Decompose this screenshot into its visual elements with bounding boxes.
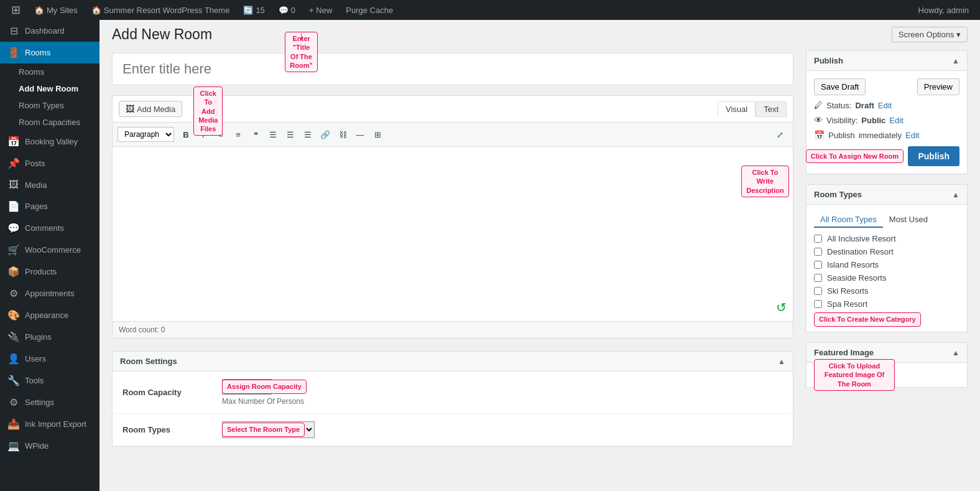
room-settings-collapse[interactable]: ▲ — [778, 357, 785, 366]
refresh-icon[interactable]: ↺ — [776, 300, 787, 315]
sidebar-item-room-types[interactable]: Room Types — [19, 97, 99, 114]
checkbox-item: Spa Resort — [814, 299, 959, 309]
pages-icon: 📄 — [7, 200, 20, 212]
insert-more-button[interactable]: — — [352, 126, 368, 143]
sidebar-item-tools[interactable]: 🔧 Tools — [0, 370, 99, 391]
room-types-label: Room Types — [122, 425, 210, 434]
sidebar-item-appearance[interactable]: 🎨 Appearance — [0, 304, 99, 326]
sidebar-item-rooms[interactable]: 🚪 Rooms — [0, 42, 99, 63]
room-types-checkbox-list: All Inclusive Resort Destination Resort … — [814, 234, 959, 309]
annotation-description-text: Click To Write Description — [741, 166, 789, 197]
sidebar-item-users[interactable]: 👤 Users — [0, 348, 99, 370]
sidebar-item-media[interactable]: 🖼 Media — [0, 174, 99, 195]
ordered-list-button[interactable]: ≡ — [230, 126, 246, 143]
italic-button[interactable]: I — [195, 126, 211, 143]
adminbar-new[interactable]: + New — [304, 0, 337, 20]
room-capacity-label: Room Capacity — [122, 388, 210, 397]
publish-time-edit-link[interactable]: Edit — [905, 131, 919, 140]
expand-editor-button[interactable]: ⤢ — [772, 126, 788, 143]
destination-resort-checkbox[interactable] — [814, 248, 822, 256]
add-media-button[interactable]: 🖼 Add Media — [119, 101, 182, 117]
sidebar-item-posts[interactable]: 📌 Posts — [0, 152, 99, 174]
sidebar-item-appointments[interactable]: ⚙ Appointments — [0, 283, 99, 304]
checkbox-item: Island Resorts — [814, 260, 959, 269]
room-capacity-row: Room Capacity Assign Room Capacity Max N… — [113, 372, 793, 414]
adminbar-purge-cache[interactable]: Purge Cache — [341, 0, 398, 20]
sidebar-item-ink-import-export[interactable]: 📥 Ink Import Export — [0, 413, 99, 435]
publish-time-row: 📅 Publish immediately Edit — [814, 130, 959, 140]
all-inclusive-checkbox[interactable] — [814, 235, 822, 243]
publish-collapse[interactable]: ▲ — [952, 57, 959, 65]
capacity-hint: Max Number Of Persons — [222, 397, 783, 406]
ski-resorts-checkbox[interactable] — [814, 287, 822, 295]
align-right-button[interactable]: ☰ — [300, 126, 316, 143]
link-button[interactable]: 🔗 — [317, 126, 333, 143]
tab-text[interactable]: Text — [756, 101, 787, 117]
sidebar-item-rooms-sub[interactable]: Rooms — [19, 63, 99, 80]
featured-image-panel-body: Click To Upload Featured Image Of The Ro… — [807, 363, 967, 387]
adminbar-site[interactable]: 🏠 Summer Resort WordPress Theme — [86, 0, 235, 20]
tab-all-room-types[interactable]: All Room Types — [814, 212, 883, 228]
add-new-room-type-link[interactable]: + Add New Room Type — [814, 315, 897, 324]
room-types-panel: Room Types ▲ All Room Types Most Used Al… — [806, 184, 968, 332]
editor-format-bar: Paragraph B I ≡ ≡ ❝ ☰ ☰ ☰ 🔗 ⛓ — ⊞ — [113, 123, 793, 147]
status-edit-link[interactable]: Edit — [878, 101, 892, 110]
spa-resort-checkbox[interactable] — [814, 300, 822, 308]
format-select[interactable]: Paragraph — [118, 127, 174, 142]
sidebar-item-wpide[interactable]: 💻 WPide — [0, 435, 99, 457]
set-featured-image-link[interactable]: Set featured image — [814, 370, 882, 380]
sidebar-item-add-new-room[interactable]: Add New Room — [19, 80, 99, 97]
room-types-content: Select The Room Type Seaside resorts All… — [222, 421, 783, 438]
content-sidebar: Publish ▲ Save Draft Preview 🖊 Status: D… — [806, 50, 968, 447]
table-button[interactable]: ⊞ — [369, 126, 386, 143]
checkbox-item: Seaside Resorts — [814, 273, 959, 283]
save-draft-button[interactable]: Save Draft — [814, 78, 866, 95]
dashboard-icon: ⊟ — [7, 25, 20, 37]
post-title-input[interactable] — [112, 53, 793, 85]
sidebar-item-products[interactable]: 📦 Products — [0, 261, 99, 283]
align-center-button[interactable]: ☰ — [282, 126, 298, 143]
unlink-button[interactable]: ⛓ — [335, 126, 351, 143]
unordered-list-button[interactable]: ≡ — [213, 126, 229, 143]
sidebar-item-woocommerce[interactable]: 🛒 WooCommerce — [0, 239, 99, 261]
rooms-icon: 🚪 — [7, 47, 20, 58]
sidebar-item-settings[interactable]: ⚙ Settings — [0, 391, 99, 413]
sidebar-item-plugins[interactable]: 🔌 Plugins — [0, 326, 99, 348]
room-capacity-input[interactable] — [222, 379, 272, 395]
woocommerce-icon: 🛒 — [7, 244, 20, 256]
main-header: Add New Room Screen Options ▾ — [112, 26, 968, 43]
tab-visual[interactable]: Visual — [718, 101, 756, 117]
seaside-resorts-checkbox[interactable] — [814, 274, 822, 282]
status-icon: 🖊 — [814, 100, 823, 110]
sidebar-item-room-capacities[interactable]: Room Capacities — [19, 114, 99, 131]
page-title: Add New Room — [112, 26, 212, 43]
featured-image-panel: Featured Image ▲ Click To Upload Feature… — [806, 342, 968, 388]
room-type-select[interactable]: Seaside resorts All Inclusive Resort Des… — [222, 421, 315, 438]
blockquote-button[interactable]: ❝ — [247, 126, 264, 143]
wp-logo[interactable]: ⊞ — [6, 0, 25, 20]
island-resorts-checkbox[interactable] — [814, 261, 822, 269]
sidebar-item-pages[interactable]: 📄 Pages — [0, 195, 99, 217]
visibility-row: 👁 Visibility: Public Edit — [814, 115, 959, 125]
adminbar-mysites[interactable]: 🏠 My Sites — [29, 0, 83, 20]
tab-most-used[interactable]: Most Used — [883, 212, 934, 228]
adminbar-updates[interactable]: 🔄 15 — [238, 0, 269, 20]
wpide-icon: 💻 — [7, 440, 20, 452]
adminbar-comments[interactable]: 💬 0 — [274, 0, 300, 20]
featured-image-collapse[interactable]: ▲ — [952, 348, 959, 357]
media-icon: 🖼 — [7, 179, 20, 190]
publish-button[interactable]: Publish — [908, 146, 959, 166]
sidebar-item-dashboard[interactable]: ⊟ Dashboard — [0, 20, 99, 42]
featured-image-panel-header: Featured Image ▲ — [807, 343, 967, 363]
bold-button[interactable]: B — [178, 126, 194, 143]
sidebar-item-booking-valley[interactable]: 📅 Booking Valley — [0, 131, 99, 152]
align-left-button[interactable]: ☰ — [265, 126, 281, 143]
publish-actions-row: Save Draft Preview — [814, 78, 959, 95]
preview-button[interactable]: Preview — [917, 78, 959, 95]
room-types-collapse[interactable]: ▲ — [952, 190, 959, 199]
adminbar-howdy: Howdy, admin — [913, 6, 974, 15]
screen-options-button[interactable]: Screen Options ▾ — [892, 27, 968, 42]
editor-content-area[interactable]: Click To Write Description ↓ ↺ — [113, 147, 793, 321]
sidebar-item-comments[interactable]: 💬 Comments — [0, 217, 99, 239]
visibility-edit-link[interactable]: Edit — [889, 116, 903, 125]
